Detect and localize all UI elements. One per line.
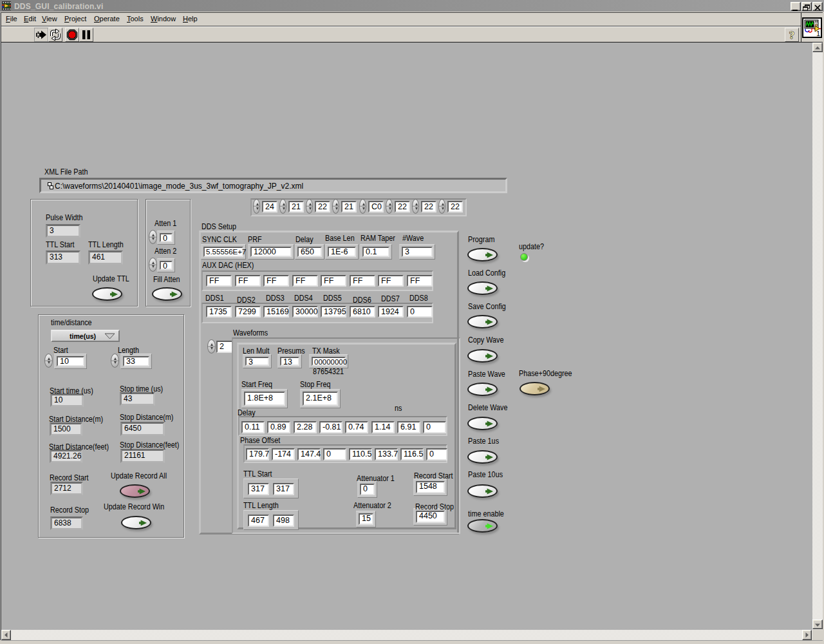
svg-text:1: 1: [816, 30, 820, 37]
svg-text:?: ?: [789, 29, 795, 41]
